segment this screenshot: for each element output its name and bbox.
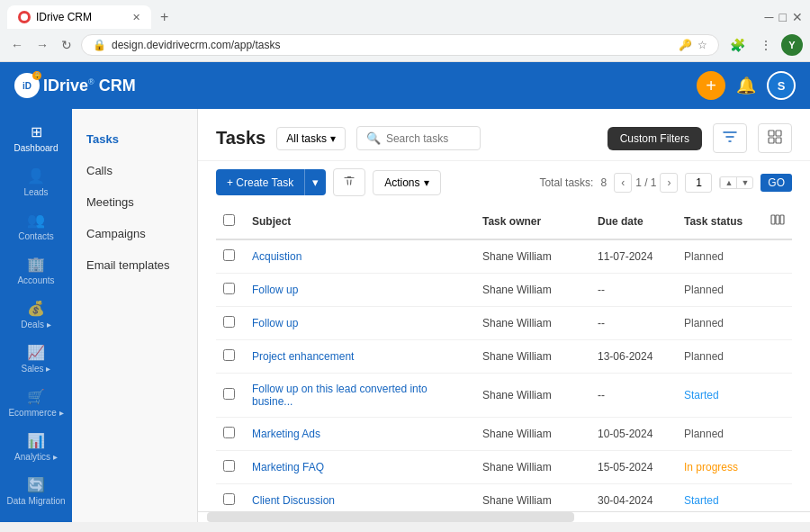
table-row: Follow up Shane William -- Planned	[216, 274, 792, 307]
svg-rect-3	[776, 138, 781, 143]
sub-nav-item-campaigns[interactable]: Campaigns	[72, 218, 197, 249]
row-actions-cell	[763, 374, 792, 418]
browser-user-avatar[interactable]: Y	[781, 34, 803, 56]
sub-nav-item-calls[interactable]: Calls	[72, 155, 197, 186]
custom-filters-button[interactable]: Custom Filters	[608, 127, 702, 150]
subject-cell[interactable]: Project enhancement	[245, 340, 475, 374]
sidebar-item-deals[interactable]: 💰 Deals ▸	[0, 293, 72, 337]
filter-icon	[723, 130, 737, 144]
sidebar-item-ecommerce[interactable]: 🛒 Ecommerce ▸	[0, 381, 72, 425]
sidebar-item-accounts[interactable]: 🏢 Accounts	[0, 248, 72, 293]
horizontal-scrollbar[interactable]	[198, 511, 810, 522]
sub-nav-item-tasks[interactable]: Tasks	[72, 123, 197, 155]
sidebar-item-data-migration[interactable]: 🔄 Data Migration	[0, 469, 72, 513]
subject-cell[interactable]: Follow up on this lead converted into bu…	[245, 374, 475, 418]
owner-cell: Shane William	[475, 340, 590, 374]
table-row: Follow up on this lead converted into bu…	[216, 374, 792, 418]
sidebar-item-label: Ecommerce ▸	[8, 408, 63, 418]
grid-view-button[interactable]	[758, 123, 792, 153]
browser-menu-icon[interactable]: ⋮	[754, 34, 778, 56]
table-header: Subject Task owner Due date Task status	[216, 203, 792, 239]
row-checkbox[interactable]	[223, 388, 235, 400]
extensions-icon[interactable]: 🧩	[724, 34, 751, 56]
actions-button[interactable]: Actions ▾	[373, 170, 440, 195]
create-task-dropdown-button[interactable]: ▾	[304, 169, 326, 195]
search-icon: 🔍	[366, 131, 381, 145]
row-checkbox[interactable]	[223, 460, 235, 472]
delete-button[interactable]	[333, 168, 365, 196]
browser-address-bar[interactable]: 🔒 design.devidrivecrm.com/app/tasks 🔑 ☆	[81, 34, 719, 56]
due-date-cell: --	[590, 274, 677, 307]
due-date-cell: 13-06-2024	[590, 340, 677, 374]
page-increment-button[interactable]: ▲	[720, 177, 736, 188]
row-checkbox[interactable]	[223, 283, 235, 294]
filter-icon-button[interactable]	[713, 123, 747, 153]
sidebar-item-analytics[interactable]: 📊 Analytics ▸	[0, 425, 72, 469]
pagination-prev-button[interactable]: ‹	[614, 173, 632, 193]
owner-cell: Shane William	[475, 418, 590, 451]
subject-cell[interactable]: Follow up	[245, 307, 475, 340]
subject-cell[interactable]: Acquistion	[245, 239, 475, 274]
header-add-button[interactable]: +	[697, 71, 725, 100]
actions-dropdown-icon: ▾	[424, 176, 429, 189]
sub-nav: Tasks Calls Meetings Campaigns Email tem…	[72, 109, 198, 522]
row-checkbox[interactable]	[223, 316, 235, 328]
select-all-checkbox[interactable]	[223, 214, 235, 226]
column-options-header[interactable]	[763, 203, 792, 239]
sub-nav-item-meetings[interactable]: Meetings	[72, 186, 197, 218]
sidebar-item-settings[interactable]: ⚙ Settings ▸	[0, 513, 72, 522]
row-checkbox[interactable]	[223, 349, 235, 361]
page-number-input[interactable]	[685, 173, 712, 193]
window-minimize-button[interactable]: ─	[765, 10, 774, 24]
subject-cell[interactable]: Follow up	[245, 274, 475, 307]
all-tasks-dropdown[interactable]: All tasks ▾	[276, 127, 346, 150]
dashboard-icon: ⊞	[31, 123, 42, 140]
column-options-icon	[770, 212, 785, 227]
sidebar-item-dashboard[interactable]: ⊞ Dashboard	[0, 116, 72, 160]
owner-cell: Shane William	[475, 239, 590, 274]
table-row: Project enhancement Shane William 13-06-…	[216, 340, 792, 374]
row-actions-cell	[763, 451, 792, 484]
sidebar-item-label: Sales ▸	[22, 364, 51, 374]
contacts-icon: 👥	[27, 212, 45, 229]
header-user-avatar[interactable]: S	[767, 71, 796, 100]
sidebar-item-sales[interactable]: 📈 Sales ▸	[0, 337, 72, 381]
subject-cell[interactable]: Client Discussion	[245, 484, 475, 512]
subject-cell[interactable]: Marketing Ads	[245, 418, 475, 451]
app-body: ⊞ Dashboard 👤 Leads 👥 Contacts 🏢 Account…	[0, 109, 810, 522]
browser-refresh-button[interactable]: ↻	[58, 34, 76, 56]
status-cell: Planned	[677, 274, 763, 307]
sidebar-item-label: Contacts	[18, 231, 53, 241]
browser-tab[interactable]: IDrive CRM ✕	[7, 5, 151, 29]
browser-forward-button[interactable]: →	[32, 34, 52, 56]
sub-nav-item-email-templates[interactable]: Email templates	[72, 249, 197, 281]
create-task-button[interactable]: + Create Task	[216, 169, 304, 195]
due-date-cell: --	[590, 374, 677, 418]
window-maximize-button[interactable]: □	[779, 10, 787, 24]
subject-cell[interactable]: Marketing FAQ	[245, 451, 475, 484]
bookmark-icon: ☆	[698, 39, 707, 51]
go-button[interactable]: GO	[760, 174, 792, 192]
pagination-next-button[interactable]: ›	[660, 173, 678, 193]
row-checkbox[interactable]	[223, 427, 235, 438]
search-box[interactable]: 🔍	[356, 126, 481, 150]
total-tasks-count: 8	[600, 176, 607, 189]
new-tab-button[interactable]: +	[155, 9, 174, 25]
search-input[interactable]	[386, 132, 471, 145]
header-bell-icon[interactable]: 🔔	[736, 76, 756, 95]
table-row: Marketing FAQ Shane William 15-05-2024 I…	[216, 451, 792, 484]
browser-back-button[interactable]: ←	[7, 34, 27, 56]
sidebar: ⊞ Dashboard 👤 Leads 👥 Contacts 🏢 Account…	[0, 109, 72, 522]
page-decrement-button[interactable]: ▼	[736, 177, 752, 188]
settings-icon: ⚙	[30, 520, 42, 522]
window-close-button[interactable]: ✕	[792, 10, 803, 24]
sidebar-item-leads[interactable]: 👤 Leads	[0, 160, 72, 204]
tab-close-icon[interactable]: ✕	[132, 12, 140, 23]
row-checkbox[interactable]	[223, 493, 235, 505]
due-date-cell: --	[590, 307, 677, 340]
sidebar-item-contacts[interactable]: 👥 Contacts	[0, 204, 72, 248]
status-cell: Planned	[677, 418, 763, 451]
status-cell: Planned	[677, 340, 763, 374]
row-checkbox-cell	[216, 340, 245, 374]
row-checkbox[interactable]	[223, 249, 235, 261]
